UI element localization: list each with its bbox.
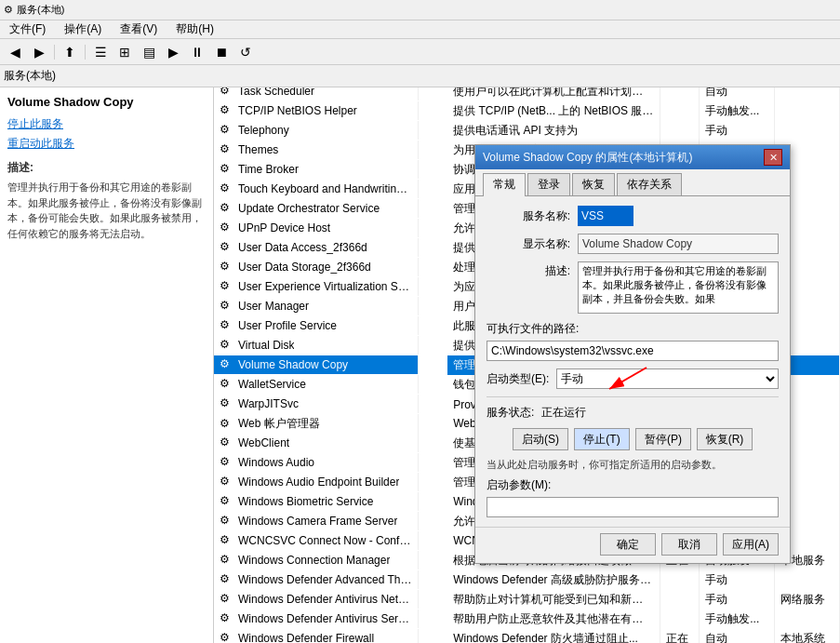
service-name-label: 服务名称: xyxy=(487,208,570,224)
dialog-close-button[interactable]: ✕ xyxy=(764,149,782,166)
cancel-button[interactable]: 取消 xyxy=(661,533,717,556)
desc-label: 描述: xyxy=(487,263,570,279)
toolbar-sep2 xyxy=(85,45,86,60)
service-name-cell: ⚙Volume Shadow Copy xyxy=(214,355,419,374)
toolbar-stop[interactable]: ⏹ xyxy=(210,42,233,62)
service-name-cell: ⚙User Data Storage_2f366d xyxy=(214,258,419,276)
startup-row: 启动类型(E): 自动 自动(延迟启动) 手动 禁用 xyxy=(487,368,779,389)
table-row[interactable]: ⚙Windows Defender Antivirus Network Ins.… xyxy=(214,590,840,610)
desc-row: 描述: 管理并执行用于备份和其它用途的卷影副本。如果此服务被停止，备份将没有影像… xyxy=(487,261,779,314)
dialog-title: Volume Shadow Copy 的属性(本地计算机) xyxy=(483,150,692,166)
service-status-cell xyxy=(660,610,700,629)
service-status-cell xyxy=(660,570,700,590)
tab-general[interactable]: 常规 xyxy=(483,173,526,196)
start-button[interactable]: 启动(S) xyxy=(513,428,568,450)
toolbar-pause[interactable]: ⏸ xyxy=(186,42,208,62)
service-status-cell xyxy=(660,590,700,610)
service-startup-cell: 手动触发... xyxy=(700,101,775,121)
table-row[interactable]: ⚙Windows Defender Antivirus Service帮助用户防… xyxy=(214,610,840,629)
desc-textarea[interactable]: 管理并执行用于备份和其它用途的卷影副本。如果此服务被停止，备份将没有影像副本，并… xyxy=(578,261,779,314)
titlebar-title: 服务(本地) xyxy=(17,3,64,17)
service-login-cell xyxy=(775,121,840,141)
service-icon: ⚙ xyxy=(220,357,234,372)
toolbar-forward[interactable]: ▶ xyxy=(28,42,50,62)
table-row[interactable]: ⚙Telephony提供电话通讯 API 支持为手动 xyxy=(214,121,840,141)
service-name-cell: ⚙WCNCSVC Connect Now - Config Registrar xyxy=(214,531,419,550)
toolbar-back[interactable]: ◀ xyxy=(4,42,26,62)
menu-file[interactable]: 文件(F) xyxy=(4,20,51,38)
service-name-cell: ⚙WebClient xyxy=(214,434,419,452)
restart-service-link[interactable]: 重启动此服务 xyxy=(7,136,206,152)
service-status-cell: 正在 xyxy=(660,629,700,643)
dialog-body: 服务名称: 显示名称: 描述: 管理并执行用于备份和其它用途的卷影副本。如果此服… xyxy=(475,196,790,527)
toolbar-restart[interactable]: ↺ xyxy=(234,42,257,62)
service-login-cell: 本地系统 xyxy=(775,629,840,643)
service-name-cell: ⚙Themes xyxy=(214,141,419,159)
left-panel-title: Volume Shadow Copy xyxy=(7,95,206,109)
service-name-cell: ⚙Windows Audio Endpoint Builder xyxy=(214,473,419,491)
service-icon: ⚙ xyxy=(220,592,234,607)
service-icon: ⚙ xyxy=(220,260,234,275)
apply-button[interactable]: 应用(A) xyxy=(723,533,779,556)
service-desc-cell: 提供 TCP/IP (NetB... 上的 NetBIOS 服务支持以及网络上客… xyxy=(447,101,660,121)
dialog-titlebar: Volume Shadow Copy 的属性(本地计算机) ✕ xyxy=(475,145,790,169)
service-icon: ⚙ xyxy=(220,514,234,529)
ok-button[interactable]: 确定 xyxy=(600,533,656,556)
table-row[interactable]: ⚙TCP/IP NetBIOS Helper提供 TCP/IP (NetB...… xyxy=(214,101,840,121)
table-row[interactable]: ⚙Windows Defender Advanced Threat Prot..… xyxy=(214,570,840,590)
tab-recovery[interactable]: 恢复 xyxy=(572,173,615,195)
service-name-cell: ⚙Windows Camera Frame Server xyxy=(214,512,419,530)
path-input xyxy=(487,341,779,361)
toolbar-play[interactable]: ▶ xyxy=(162,42,184,62)
left-panel: Volume Shadow Copy 停止此服务 重启动此服务 描述: 管理并执… xyxy=(0,87,214,643)
menu-help[interactable]: 帮助(H) xyxy=(170,20,220,38)
service-name-cell: ⚙Update Orchestrator Service xyxy=(214,199,419,218)
display-name-input xyxy=(578,234,779,254)
service-status-cell xyxy=(660,87,700,101)
service-status-cell xyxy=(660,121,700,141)
toolbar-view2[interactable]: ⊞ xyxy=(113,42,136,62)
service-icon: ⚙ xyxy=(220,475,234,489)
addressbar-label: 服务(本地) xyxy=(4,68,56,84)
toolbar-view3[interactable]: ▤ xyxy=(138,42,160,62)
service-icon: ⚙ xyxy=(220,318,234,333)
toolbar-up[interactable]: ⬆ xyxy=(59,42,81,62)
status-row: 服务状态: 正在运行 xyxy=(487,405,779,421)
service-name-cell: ⚙Windows Connection Manager xyxy=(214,551,419,569)
service-startup-cell: 自动 xyxy=(700,87,775,101)
resume-button[interactable]: 恢复(R) xyxy=(697,428,753,450)
service-startup-cell: 手动 xyxy=(700,590,775,610)
properties-dialog[interactable]: Volume Shadow Copy 的属性(本地计算机) ✕ 常规 登录 恢复… xyxy=(474,144,791,564)
service-startup-cell: 手动 xyxy=(700,121,775,141)
service-startup-cell: 手动 xyxy=(700,570,775,590)
menu-action[interactable]: 操作(A) xyxy=(59,20,107,38)
menubar: 文件(F) 操作(A) 查看(V) 帮助(H) xyxy=(0,20,840,39)
table-row[interactable]: ⚙Task Scheduler使用户可以在此计算机上配置和计划自动任务...自动 xyxy=(214,87,840,101)
params-input[interactable] xyxy=(487,497,779,517)
startup-select[interactable]: 自动 自动(延迟启动) 手动 禁用 xyxy=(556,368,779,389)
service-name-cell: ⚙Task Scheduler xyxy=(214,87,419,100)
stop-button[interactable]: 停止(T) xyxy=(574,428,630,450)
service-icon: ⚙ xyxy=(220,240,234,255)
service-status-cell xyxy=(660,101,700,121)
service-icon: ⚙ xyxy=(220,103,234,118)
service-startup-cell: 自动 xyxy=(700,629,775,643)
tab-dependencies[interactable]: 依存关系 xyxy=(617,173,682,195)
service-icon: ⚙ xyxy=(220,572,234,587)
table-row[interactable]: ⚙Windows Defender FirewallWindows Defend… xyxy=(214,629,840,643)
status-section: 服务状态: 正在运行 启动(S) 停止(T) 暂停(P) 恢复(R) 当从此处启… xyxy=(487,396,779,517)
toolbar-view1[interactable]: ☰ xyxy=(89,42,112,62)
menu-view[interactable]: 查看(V) xyxy=(114,20,163,38)
service-name-input xyxy=(578,206,633,226)
service-icon: ⚙ xyxy=(220,553,234,568)
service-desc-cell: 帮助用户防止恶意软件及其他潜在有害软件的入... xyxy=(447,610,660,629)
service-name-cell: ⚙User Manager xyxy=(214,297,419,315)
stop-service-link[interactable]: 停止此服务 xyxy=(7,116,206,132)
titlebar: ⚙ 服务(本地) xyxy=(0,0,840,20)
service-name-cell: ⚙Windows Defender Antivirus Network Ins.… xyxy=(214,590,419,609)
pause-button[interactable]: 暂停(P) xyxy=(635,428,691,450)
startup-label: 启动类型(E): xyxy=(487,371,549,387)
service-icon: ⚙ xyxy=(220,631,234,643)
display-name-label: 显示名称: xyxy=(487,236,570,252)
tab-login[interactable]: 登录 xyxy=(527,173,570,195)
